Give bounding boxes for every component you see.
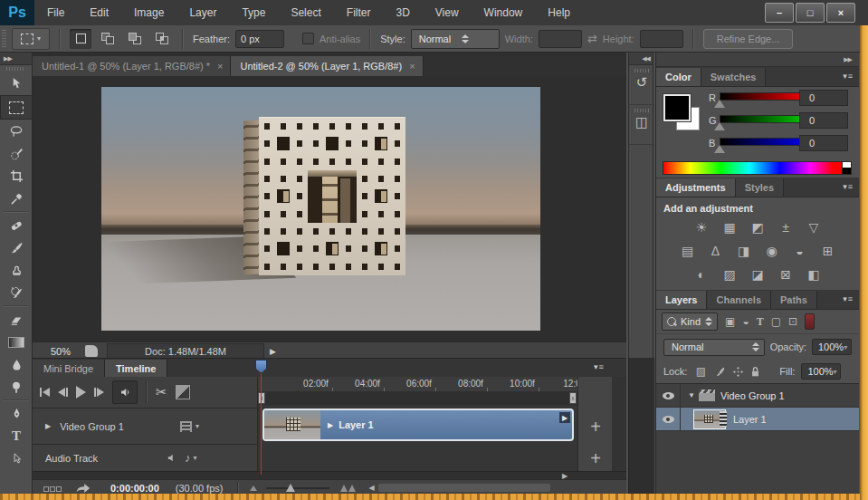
opacity-field[interactable]: 100% ▾ [812,339,852,355]
lock-all-icon[interactable] [750,366,760,378]
brush-tool[interactable] [0,236,33,259]
timeline-panel-menu-icon[interactable]: ▾≡ [594,362,605,371]
move-tool[interactable] [0,72,33,95]
blue-slider[interactable] [720,138,808,146]
add-audio-media-button[interactable]: + [586,448,606,468]
selection-new-button[interactable] [70,29,91,49]
maximize-button[interactable]: □ [796,3,825,23]
green-value-field[interactable]: 0 [799,112,848,129]
disclosure-icon[interactable]: ▶ [45,422,51,430]
layer-row-video-group[interactable]: ▼ Video Group 1 [656,384,859,408]
filter-smart-objects-icon[interactable]: ⊡ [788,315,797,328]
menu-select[interactable]: Select [278,0,333,25]
channel-mixer-icon[interactable]: ◒ [790,243,810,259]
video-track-options-icon[interactable] [180,421,192,432]
vibrance-icon[interactable]: ▽ [804,219,824,236]
lock-pixels-icon[interactable] [714,366,726,378]
eraser-tool[interactable] [0,308,33,331]
scroll-left-icon[interactable]: ◀ [368,484,374,492]
toolbar-grip[interactable] [6,67,25,71]
green-slider[interactable] [720,115,808,123]
page-icon[interactable] [85,345,98,357]
document-size-field[interactable]: Doc: 1.48M/1.48M [107,343,264,359]
mute-audio-button[interactable] [112,380,138,404]
video-group-track-header[interactable]: ▶ Video Group 1 ▾ [33,409,258,445]
curves-icon[interactable]: ◩ [748,219,768,236]
disclosure-icon[interactable]: ▶ [328,421,333,429]
tab-adjustments[interactable]: Adjustments [656,178,736,197]
tab-color[interactable]: Color [656,68,701,86]
audio-track-header[interactable]: Audio Track ♪ ▾ [33,445,258,471]
zoom-slider-thumb[interactable] [286,484,295,492]
document-tab-untitled-1[interactable]: Untitled-1 @ 50% (Layer 1, RGB/8#) * × [33,56,231,76]
minimize-button[interactable]: – [765,3,794,23]
menu-view[interactable]: View [423,0,472,25]
blend-mode-select[interactable]: Normal [663,339,765,356]
lasso-tool[interactable] [0,120,33,142]
filter-shape-layers-icon[interactable]: ▢ [771,315,781,328]
red-slider[interactable] [720,92,808,101]
red-value-field[interactable]: 0 [799,90,848,106]
width-input[interactable] [539,30,582,48]
invert-icon[interactable]: ◐ [692,266,711,283]
tab-mini-bridge[interactable]: Mini Bridge [33,360,105,377]
music-note-icon[interactable]: ♪ [185,451,191,465]
next-frame-button[interactable] [94,388,104,397]
filter-type-layers-icon[interactable]: T [757,315,764,329]
healing-brush-tool[interactable] [0,214,33,236]
menu-type[interactable]: Type [229,0,278,25]
clone-stamp-tool[interactable] [0,259,33,282]
go-to-first-frame-button[interactable] [40,388,50,397]
menu-3d[interactable]: 3D [383,0,422,25]
path-selection-tool[interactable] [0,447,33,470]
style-select[interactable]: Normal [411,29,500,49]
speaker-icon[interactable] [167,453,177,463]
quick-selection-tool[interactable] [0,142,33,165]
color-lookup-icon[interactable]: ⊞ [818,243,838,259]
color-panel-menu-icon[interactable]: ▾≡ [843,72,854,81]
transition-icon[interactable] [176,385,190,399]
tool-preset-picker[interactable]: ▾ [12,28,50,50]
previous-frame-button[interactable] [58,388,68,397]
blur-tool[interactable] [0,353,33,376]
timeline-scrollbar-thumb[interactable] [378,484,550,492]
zoom-out-timeline-icon[interactable] [250,486,257,491]
canvas-area[interactable] [33,76,626,341]
selection-add-button[interactable] [97,29,119,49]
menu-filter[interactable]: Filter [334,0,384,25]
close-button[interactable]: × [826,3,855,23]
swap-dimensions-icon[interactable]: ⇄ [587,32,597,45]
split-at-playhead-icon[interactable]: ✂ [156,384,167,400]
feather-input[interactable] [235,30,284,48]
visibility-toggle[interactable] [656,384,681,407]
blue-value-field[interactable]: 0 [799,135,848,151]
video-clip-layer-1[interactable]: ▶ Layer 1 ▶ [262,409,574,441]
crop-tool[interactable] [0,165,33,188]
work-area-bar[interactable]: ‖ ‖ [258,391,577,406]
pen-tool[interactable] [0,402,33,425]
photo-filter-icon[interactable]: ◉ [762,243,782,259]
properties-panel-button[interactable]: ◫ [629,105,654,145]
tab-close-icon[interactable]: × [409,61,415,72]
chevron-down-icon[interactable]: ▾ [194,454,197,462]
filter-adjustment-layers-icon[interactable]: ◒ [742,315,749,328]
red-slider-thumb[interactable] [714,100,725,108]
layer-name[interactable]: Layer 1 [733,414,767,425]
rectangular-marquee-tool[interactable] [0,95,33,120]
layer-thumbnail[interactable] [693,409,726,429]
menu-layer[interactable]: Layer [176,0,229,25]
render-export-icon[interactable] [75,483,91,494]
selection-intersect-button[interactable] [151,29,173,49]
tab-styles[interactable]: Styles [736,178,784,197]
color-spectrum-ramp[interactable] [663,161,844,175]
posterize-icon[interactable]: ▨ [720,266,739,283]
gradient-tool[interactable] [0,331,33,353]
refine-edge-button[interactable]: Refine Edge... [703,29,794,49]
tab-layers[interactable]: Layers [656,291,707,309]
tab-swatches[interactable]: Swatches [701,68,767,86]
document-image[interactable] [101,87,540,331]
menu-window[interactable]: Window [472,0,536,25]
hue-saturation-icon[interactable]: ▤ [678,243,698,259]
menu-help[interactable]: Help [535,0,583,25]
dodge-tool[interactable] [0,376,33,399]
